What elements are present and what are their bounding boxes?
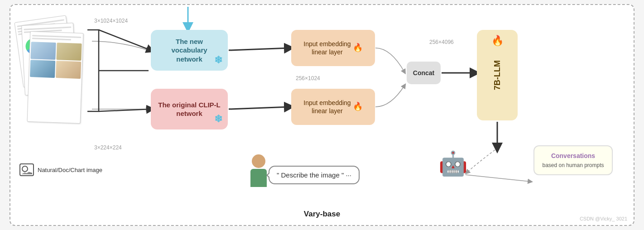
embed-bottom-box: Input embeddinglinear layer 🔥 [291,89,375,125]
person-figure [250,154,267,187]
conversations-sub: based on human prompts [540,162,606,169]
vocab-network-label: The new vocabulary network [158,37,221,64]
dim-label-256-4096: 256×4096 [429,39,454,45]
embed-top-fire-icon: 🔥 [353,43,363,53]
svg-line-2 [229,107,289,109]
doc-page-main [27,31,84,124]
dim-label-top: 3×1024×1024 [94,18,128,24]
diagram-container: 3×1024×1024 3×224×224 256×1024 256×4096 … [10,4,634,226]
person-head [252,154,265,168]
image-label-text: Natural/Doc/Chart image [38,167,102,173]
svg-line-1 [229,48,289,50]
embed-top-label: Input embeddinglinear layer [303,40,351,56]
svg-line-7 [99,109,151,111]
image-stack [19,19,91,154]
vary-base-label: Vary-base [304,210,340,219]
conversations-title: Conversations [540,152,606,161]
clip-snowflake-icon: ❄ [214,113,222,126]
concat-box: Concat [407,62,441,84]
conversations-box: Conversations based on human prompts [533,145,613,175]
clip-network-label: The original CLIP-L network [158,101,221,118]
robot-figure: 🤖 [438,150,468,177]
watermark: CSDN @Vicky_ 3021 [580,216,627,221]
dim-label-256-1024: 256×1024 [296,75,320,81]
concat-label: Concat [413,69,434,77]
llm-box: 7B-LLM 🔥 [477,30,518,120]
llm-fire-icon: 🔥 [491,34,503,47]
clip-network-box: The original CLIP-L network ❄ [151,89,228,129]
image-icon [19,163,34,176]
embed-bottom-fire-icon: 🔥 [353,101,363,112]
embed-top-box: Input embeddinglinear layer 🔥 [291,30,375,66]
dim-label-bottom: 3×224×224 [94,144,122,151]
image-label-container: Natural/Doc/Chart image [19,163,102,176]
vocab-network-box: The new vocabulary network ❄ [151,30,228,71]
speech-bubble: " Describe the image " ··· [269,166,360,184]
llm-label: 7B-LLM [493,60,502,90]
embed-bottom-label: Input embeddinglinear layer [303,99,351,115]
svg-line-6 [99,30,151,50]
speech-bubble-text: " Describe the image " ··· [277,171,351,179]
vocab-snowflake-icon: ❄ [214,54,222,67]
